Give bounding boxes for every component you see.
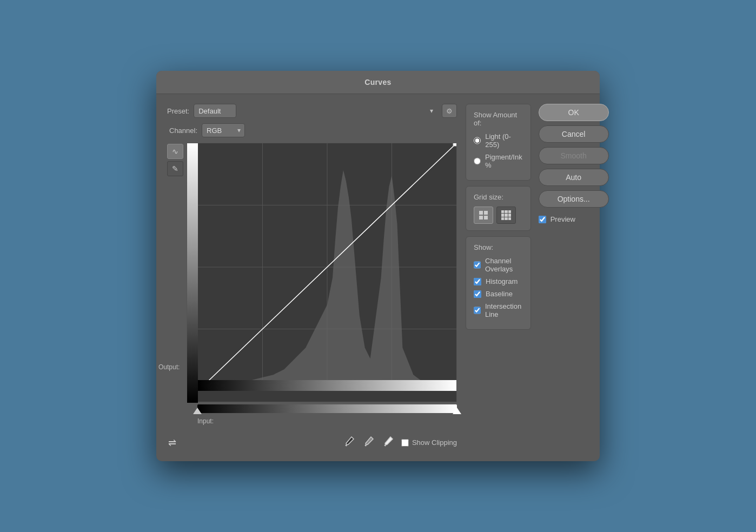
auto-arrows-button[interactable]: ⇌ [167, 436, 177, 450]
cancel-button[interactable]: Cancel [539, 125, 609, 143]
graph-main [198, 143, 456, 391]
graph-area[interactable] [187, 143, 457, 402]
intersection-line-label: Intersection Line [485, 302, 523, 318]
buttons-section: OK Cancel Smooth Auto Options... Preview [539, 104, 609, 330]
dialog-title: Curves [364, 78, 391, 87]
histogram-checkbox[interactable] [474, 278, 481, 285]
show-clipping-checkbox[interactable] [401, 439, 409, 447]
light-radio[interactable] [474, 137, 481, 144]
auto-button[interactable]: Auto [539, 169, 609, 186]
preset-wrapper: Default Custom [194, 104, 437, 118]
show-clipping-label: Show Clipping [412, 438, 457, 447]
channel-overlays-checkbox[interactable] [474, 261, 481, 269]
preset-label: Preset: [167, 107, 189, 115]
histogram-label: Histogram [486, 277, 518, 285]
grid-size-box: Grid size: [466, 186, 531, 231]
grid-small-icon [479, 211, 488, 220]
channel-overlays-label: Channel Overlays [485, 257, 523, 273]
svg-line-11 [346, 445, 347, 446]
preview-label: Preview [551, 215, 575, 223]
show-amount-title: Show Amount of: [474, 111, 523, 127]
show-amount-box: Show Amount of: Light (0-255) Pigment/In… [466, 104, 531, 181]
grid-large-icon [501, 210, 511, 220]
gear-icon: ⚙ [446, 107, 453, 115]
curve-tools: ∿ ✎ [167, 143, 183, 425]
eyedropper-gray-button[interactable] [362, 435, 375, 450]
pigment-radio-row: Pigment/Ink % [474, 153, 523, 169]
bottom-toolbar: ⇌ [167, 430, 457, 450]
curve-svg[interactable] [198, 143, 456, 391]
shadow-slider-right[interactable] [453, 408, 461, 414]
pigment-label: Pigment/Ink % [485, 153, 523, 169]
curves-dialog: Curves Preset: Default Custom ⚙ Channel [156, 71, 600, 461]
channel-overlays-row: Channel Overlays [474, 257, 523, 273]
left-panel: Preset: Default Custom ⚙ Channel: RGB [167, 104, 457, 450]
eyedropper-white-button[interactable] [382, 435, 395, 450]
slider-area: Input: [197, 404, 457, 425]
curve-tool-button[interactable]: ∿ [167, 144, 183, 159]
intersection-line-checkbox[interactable] [474, 307, 481, 314]
intersection-line-row: Intersection Line [474, 302, 523, 318]
baseline-label: Baseline [486, 290, 513, 298]
svg-line-13 [384, 445, 386, 446]
grid-buttons [474, 207, 523, 224]
preset-select[interactable]: Default Custom [194, 104, 236, 118]
show-box: Show: Channel Overlays Histogram Baselin… [466, 236, 531, 330]
preview-checkbox[interactable] [539, 216, 546, 223]
channel-select[interactable]: RGB Red Green Blue [202, 123, 245, 137]
smooth-button[interactable]: Smooth [539, 147, 609, 164]
show-clipping-area: Show Clipping [401, 438, 457, 447]
svg-line-12 [365, 445, 366, 446]
channel-label: Channel: [169, 127, 197, 135]
options-button[interactable]: Options... [539, 190, 609, 208]
show-title: Show: [474, 243, 523, 251]
output-label: Output: [158, 363, 180, 371]
eyedropper-black-icon [344, 436, 355, 447]
grid-large-button[interactable] [496, 207, 516, 224]
channel-select-wrapper: RGB Red Green Blue [202, 123, 245, 137]
input-label-row: Input: [197, 417, 457, 425]
dialog-body: Preset: Default Custom ⚙ Channel: RGB [156, 94, 600, 461]
pigment-radio[interactable] [474, 157, 481, 165]
shadow-slider-left[interactable] [193, 408, 202, 414]
light-radio-row: Light (0-255) [474, 132, 523, 149]
curve-area: ∿ ✎ Output: [167, 143, 457, 425]
pencil-tool-icon: ✎ [172, 164, 178, 173]
pencil-tool-button[interactable]: ✎ [167, 161, 183, 176]
baseline-checkbox[interactable] [474, 290, 481, 298]
input-slider-track[interactable] [197, 404, 457, 413]
light-label: Light (0-255) [485, 132, 522, 149]
grid-small-button[interactable] [474, 207, 493, 224]
gear-button[interactable]: ⚙ [442, 104, 457, 118]
eyedropper-black-button[interactable] [343, 435, 356, 450]
dialog-title-bar: Curves [156, 71, 600, 94]
eyedropper-gray-icon [363, 436, 374, 447]
preview-row: Preview [539, 215, 609, 223]
graph-wrapper: Output: [187, 143, 457, 425]
eyedropper-white-icon [383, 436, 394, 447]
preset-row: Preset: Default Custom ⚙ [167, 104, 457, 118]
bottom-gradient [198, 380, 456, 391]
grid-size-title: Grid size: [474, 193, 523, 201]
channel-row: Channel: RGB Red Green Blue [167, 123, 457, 137]
input-label: Input: [197, 417, 214, 425]
ok-button[interactable]: OK [539, 104, 609, 121]
histogram-row: Histogram [474, 277, 523, 285]
svg-rect-10 [453, 143, 456, 146]
curve-tool-icon: ∿ [172, 147, 178, 156]
right-top: Show Amount of: Light (0-255) Pigment/In… [466, 104, 609, 330]
baseline-row: Baseline [474, 290, 523, 298]
options-section: Show Amount of: Light (0-255) Pigment/In… [466, 104, 531, 330]
right-panel: Show Amount of: Light (0-255) Pigment/In… [466, 104, 609, 450]
output-gradient [187, 143, 198, 403]
